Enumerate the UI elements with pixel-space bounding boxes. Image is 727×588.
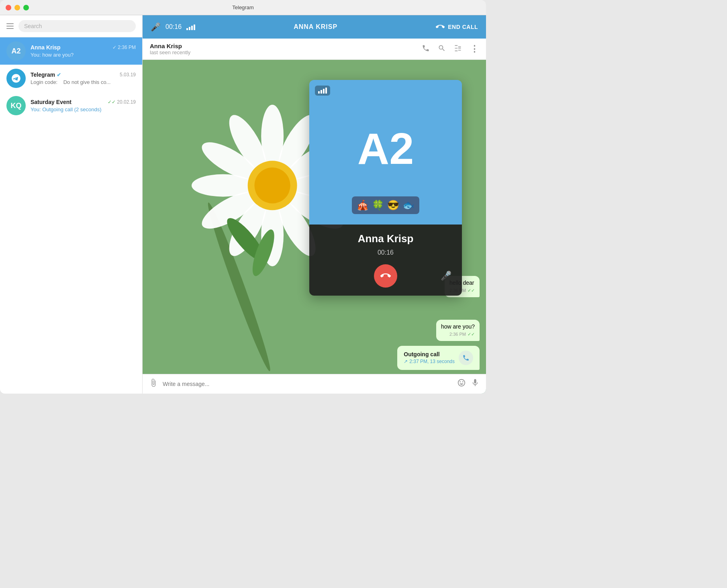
- chat-item-anna-krisp[interactable]: A2 Anna Krisp ✓ 2:36 PM You: how are you…: [0, 37, 142, 65]
- verified-badge: ✔: [57, 72, 61, 78]
- maximize-button[interactable]: [23, 5, 29, 10]
- chat-item-telegram[interactable]: Telegram ✔ 5.03.19 Login code: Do not gi…: [0, 65, 142, 92]
- search-icon[interactable]: [438, 44, 446, 54]
- call-bar-right: END CALL: [436, 22, 478, 31]
- voice-icon[interactable]: [471, 378, 480, 390]
- hamburger-line: [6, 23, 14, 24]
- chat-header: Anna Krisp last seen recently: [143, 39, 486, 60]
- app-title: Telegram: [232, 4, 253, 10]
- call-buttons: 🎤: [317, 264, 454, 288]
- emoji-bar[interactable]: 🎪 🍀 😎 🐟: [352, 196, 419, 214]
- main-layout: Search A2 Anna Krisp ✓ 2:36 PM You: how …: [0, 15, 486, 394]
- avatar: [6, 69, 26, 88]
- avatar: A2: [6, 41, 26, 61]
- call-card: A2 🎪 🍀 😎 🐟 Anna Krisp 00:16: [309, 80, 462, 296]
- avatar: KQ: [6, 96, 26, 115]
- call-signal-indicator: [315, 86, 330, 96]
- call-timer: 00:16: [165, 23, 182, 31]
- signal-bar-2: [189, 27, 190, 30]
- chat-top: Telegram ✔ 5.03.19: [31, 71, 136, 78]
- titlebar: Telegram: [0, 0, 486, 15]
- call-info: Outgoing call ↗ 2:37 PM, 13 seconds: [404, 351, 455, 365]
- signal-bar: [321, 90, 322, 94]
- search-placeholder: Search: [24, 23, 42, 29]
- chat-item-saturday-event[interactable]: KQ Saturday Event ✓✓ 20.02.19 You: Outgo…: [0, 92, 142, 119]
- chat-header-status: last seen recently: [150, 49, 422, 55]
- mute-microphone-button[interactable]: 🎤: [438, 268, 454, 284]
- call-avatar: A2: [349, 112, 422, 184]
- close-button[interactable]: [6, 5, 11, 10]
- sidebar: Search A2 Anna Krisp ✓ 2:36 PM You: how …: [0, 15, 143, 394]
- emoji-fish: 🐟: [402, 200, 415, 211]
- message-bubble: how are you? 2:36 PM ✓✓: [436, 320, 480, 341]
- chat-info: Anna Krisp ✓ 2:36 PM You: how are you?: [31, 44, 136, 58]
- sidebar-header: Search: [0, 15, 142, 37]
- microphone-icon: 🎤: [151, 22, 161, 32]
- minimize-button[interactable]: [14, 5, 20, 10]
- message-row: how are you? 2:36 PM ✓✓: [149, 320, 480, 341]
- call-card-name: Anna Krisp: [358, 233, 414, 245]
- call-duration: ↗ 2:37 PM, 13 seconds: [404, 358, 455, 365]
- call-card-bottom: Anna Krisp 00:16 🎤: [309, 225, 462, 296]
- call-bar-left: 🎤 00:16: [151, 22, 195, 32]
- chat-background: A2 🎪 🍀 😎 🐟 Anna Krisp 00:16: [143, 60, 486, 374]
- double-tick-icon: ✓✓: [108, 99, 116, 105]
- message-tick: ✓✓: [468, 288, 475, 294]
- svg-point-15: [254, 167, 290, 203]
- end-call-label: END CALL: [448, 24, 478, 30]
- call-card-inner: A2 🎪 🍀 😎 🐟 Anna Krisp 00:16: [309, 80, 462, 296]
- tick-icon: ✓: [112, 45, 116, 50]
- emoji-cool: 😎: [387, 200, 399, 211]
- chat-preview: You: Outgoing call (2 seconds): [31, 106, 136, 112]
- chat-time: ✓✓ 20.02.19: [108, 99, 136, 105]
- signal-bar: [325, 88, 327, 94]
- arrow-icon: ↗: [404, 358, 408, 365]
- emoji-clover: 🍀: [372, 200, 384, 211]
- chat-info: Saturday Event ✓✓ 20.02.19 You: Outgoing…: [31, 99, 136, 112]
- end-call-button[interactable]: END CALL: [436, 22, 478, 31]
- chat-name: Anna Krisp: [31, 44, 61, 51]
- signal-bar: [323, 89, 325, 94]
- more-options-icon[interactable]: ⋮: [470, 44, 479, 54]
- chat-header-info: Anna Krisp last seen recently: [150, 43, 422, 55]
- call-label: Outgoing call: [404, 351, 455, 359]
- search-input[interactable]: Search: [18, 20, 136, 32]
- hamburger-line: [6, 26, 14, 27]
- attach-icon[interactable]: [149, 378, 158, 390]
- call-card-time: 00:16: [378, 249, 394, 256]
- chat-top: Saturday Event ✓✓ 20.02.19: [31, 99, 136, 105]
- phone-icon[interactable]: [422, 44, 430, 54]
- chat-time: ✓ 2:36 PM: [112, 45, 136, 50]
- chat-top: Anna Krisp ✓ 2:36 PM: [31, 44, 136, 51]
- call-bar: 🎤 00:16 ANNA KRISP END CALL: [143, 15, 486, 39]
- signal-bar-3: [191, 26, 193, 30]
- message-row: Outgoing call ↗ 2:37 PM, 13 seconds: [149, 346, 480, 370]
- window-controls: [6, 5, 29, 10]
- hamburger-line: [6, 28, 14, 29]
- chat-area: 🎤 00:16 ANNA KRISP END CALL: [143, 15, 486, 394]
- message-time-row: 2:36 PM ✓✓: [441, 331, 475, 337]
- signal-bars: [186, 24, 195, 30]
- call-card-top: A2 🎪 🍀 😎 🐟: [309, 80, 462, 225]
- message-tick: ✓✓: [468, 331, 475, 337]
- columns-icon[interactable]: [454, 44, 462, 54]
- chat-preview: Login code: Do not give this co...: [31, 79, 136, 85]
- message-time: 2:36 PM: [449, 331, 466, 337]
- chat-preview: You: how are you?: [31, 52, 136, 58]
- chat-name: Telegram ✔: [31, 71, 61, 78]
- chat-info: Telegram ✔ 5.03.19 Login code: Do not gi…: [31, 71, 136, 85]
- signal-bar-1: [186, 28, 188, 30]
- chat-list: A2 Anna Krisp ✓ 2:36 PM You: how are you…: [0, 37, 142, 394]
- menu-button[interactable]: [6, 23, 14, 29]
- emoji-tent: 🎪: [357, 200, 369, 211]
- call-phone-icon: [459, 351, 473, 365]
- call-contact-name: ANNA KRISP: [195, 23, 436, 31]
- emoji-icon[interactable]: [457, 378, 466, 390]
- message-input[interactable]: [163, 381, 452, 387]
- signal-bar: [318, 91, 320, 94]
- chat-name: Saturday Event: [31, 99, 71, 105]
- chat-header-actions: ⋮: [422, 44, 479, 54]
- chat-header-name: Anna Krisp: [150, 43, 422, 49]
- chat-time: 5.03.19: [120, 72, 136, 78]
- end-call-circle-button[interactable]: [374, 264, 397, 288]
